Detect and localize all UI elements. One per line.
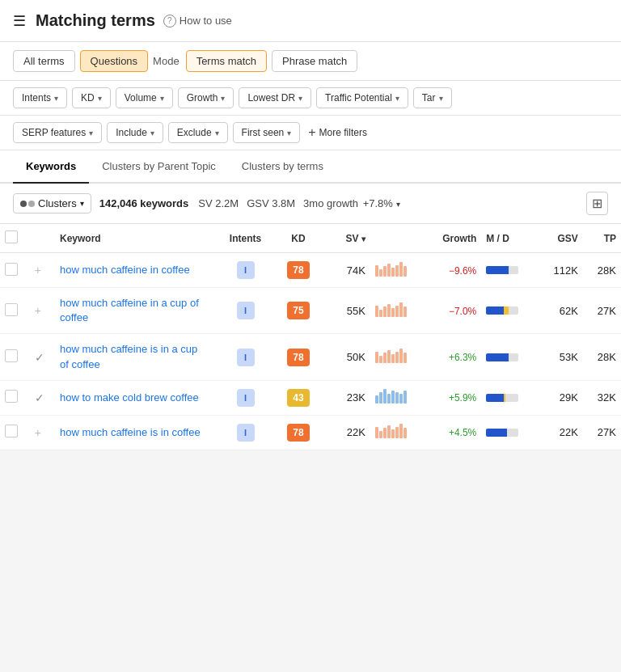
col-header-tp: TP [583, 224, 621, 253]
growth-stat[interactable]: 3mo growth +7.8% ▾ [303, 197, 399, 209]
chevron-down-icon: ▾ [215, 129, 219, 137]
serp-features-filter[interactable]: SERP features ▾ [13, 122, 102, 143]
row-checkbox[interactable] [5, 303, 18, 316]
col-header-sv[interactable]: SV ▾ [319, 224, 370, 253]
row-checkbox-cell [0, 253, 30, 288]
exclude-filter[interactable]: Exclude ▾ [168, 122, 228, 143]
row-checkbox[interactable] [5, 425, 18, 437]
questions-button[interactable]: Questions [80, 50, 149, 72]
row-action-cell: ✓ [30, 334, 55, 380]
row-checkbox[interactable] [5, 390, 18, 403]
keyword-link[interactable]: how much caffeine in coffee [60, 264, 190, 276]
tab-clusters-terms[interactable]: Clusters by terms [229, 150, 336, 184]
chevron-down-icon: ▾ [298, 94, 302, 103]
row-spark-cell [370, 334, 425, 380]
row-spark-cell [370, 415, 425, 450]
kd-filter[interactable]: KD ▾ [72, 87, 111, 108]
grid-view-button[interactable]: ⊞ [586, 192, 608, 215]
clusters-icon [20, 201, 35, 207]
tab-clusters-parent[interactable]: Clusters by Parent Topic [89, 150, 229, 184]
row-tp-cell: 27K [583, 415, 621, 450]
tar-filter[interactable]: Tar ▾ [413, 87, 452, 108]
growth-filter[interactable]: Growth ▾ [178, 87, 234, 108]
svg-rect-8 [375, 306, 378, 317]
row-intent-cell: I [213, 415, 277, 450]
col-header-kd: KD [277, 224, 319, 253]
table-row: ✓ how to make cold brew coffee I 43 23K … [0, 380, 621, 415]
svg-rect-11 [387, 304, 391, 317]
row-action-icon[interactable]: + [35, 304, 41, 317]
chevron-down-icon: ▾ [54, 94, 58, 103]
kd-badge: 78 [287, 424, 310, 442]
chevron-down-icon: ▾ [287, 129, 291, 137]
intent-badge: I [237, 261, 255, 279]
keyword-link[interactable]: how to make cold brew coffee [60, 391, 199, 404]
volume-filter[interactable]: Volume ▾ [116, 87, 173, 108]
growth-value: +7.8% [363, 197, 393, 209]
row-action-icon[interactable]: + [35, 426, 41, 439]
keyword-link[interactable]: how much caffeine in a cup of coffee [60, 297, 199, 323]
select-all-checkbox[interactable] [5, 230, 18, 243]
row-sv-cell: 22K [319, 415, 370, 450]
svg-rect-20 [391, 354, 395, 363]
table-row: + how much caffeine in coffee I 78 74K −… [0, 253, 621, 288]
lowest-dr-filter[interactable]: Lowest DR ▾ [239, 87, 311, 108]
keyword-link[interactable]: how much caffeine is in coffee [60, 426, 201, 438]
hamburger-icon[interactable]: ☰ [13, 12, 26, 30]
row-action-icon[interactable]: + [35, 264, 41, 277]
growth-value: +6.3% [449, 352, 476, 363]
chevron-down-icon: ▾ [89, 129, 93, 137]
row-kd-cell: 78 [277, 334, 319, 380]
tab-keywords[interactable]: Keywords [13, 150, 89, 184]
keyword-count: 142,046 keywords [99, 197, 189, 209]
cluster-dot [28, 201, 35, 207]
row-keyword-cell: how to make cold brew coffee [55, 380, 213, 415]
chevron-down-icon: ▾ [395, 94, 399, 103]
top-bar: ☰ Matching terms ? How to use [0, 0, 621, 42]
row-kd-cell: 78 [277, 415, 319, 450]
row-checkbox[interactable] [5, 263, 18, 276]
tabs-bar: Keywords Clusters by Parent Topic Cluste… [0, 150, 621, 184]
first-seen-filter[interactable]: First seen ▾ [233, 122, 301, 143]
plus-icon: + [308, 125, 315, 140]
more-filters-button[interactable]: + More filters [308, 125, 367, 140]
svg-rect-26 [383, 389, 387, 404]
row-action-cell: + [30, 415, 55, 450]
chevron-down-icon: ▾ [80, 199, 84, 208]
col-header-checkbox [0, 224, 30, 253]
row-action-cell: + [30, 288, 55, 334]
chevron-down-icon: ▾ [98, 94, 102, 103]
phrase-match-button[interactable]: Phrase match [272, 50, 357, 72]
intent-badge: I [237, 389, 255, 407]
row-gsv-cell: 62K [536, 288, 583, 334]
svg-rect-0 [375, 265, 378, 277]
row-action-icon[interactable]: ✓ [35, 391, 44, 404]
row-checkbox[interactable] [5, 349, 18, 362]
include-filter[interactable]: Include ▾ [107, 122, 163, 143]
kd-badge: 43 [287, 389, 310, 407]
all-terms-button[interactable]: All terms [13, 50, 75, 72]
row-kd-cell: 75 [277, 288, 319, 334]
clusters-button[interactable]: Clusters ▾ [13, 193, 91, 213]
keywords-table: Keyword Intents KD SV ▾ Growth M / D GSV… [0, 224, 621, 450]
row-spark-cell [370, 380, 425, 415]
svg-rect-5 [395, 265, 399, 277]
row-intent-cell: I [213, 334, 277, 380]
svg-rect-3 [387, 264, 391, 277]
table-row: + how much caffeine is in coffee I 78 22… [0, 415, 621, 450]
row-action-icon[interactable]: ✓ [35, 351, 44, 364]
intents-filter[interactable]: Intents ▾ [13, 87, 67, 108]
row-kd-cell: 43 [277, 380, 319, 415]
svg-rect-27 [387, 394, 391, 404]
help-icon: ? [163, 15, 176, 27]
keyword-link[interactable]: how much caffeine is in a cup of coffee [60, 343, 197, 370]
terms-match-button[interactable]: Terms match [186, 50, 267, 72]
traffic-potential-filter[interactable]: Traffic Potential ▾ [316, 87, 408, 108]
row-tp-cell: 28K [583, 334, 621, 380]
sort-arrow-icon: ▾ [361, 235, 365, 243]
row-sv-cell: 50K [319, 334, 370, 380]
col-header-gsv: GSV [536, 224, 583, 253]
row-gsv-cell: 112K [536, 253, 583, 288]
svg-rect-39 [403, 428, 407, 438]
help-link[interactable]: ? How to use [163, 15, 232, 27]
